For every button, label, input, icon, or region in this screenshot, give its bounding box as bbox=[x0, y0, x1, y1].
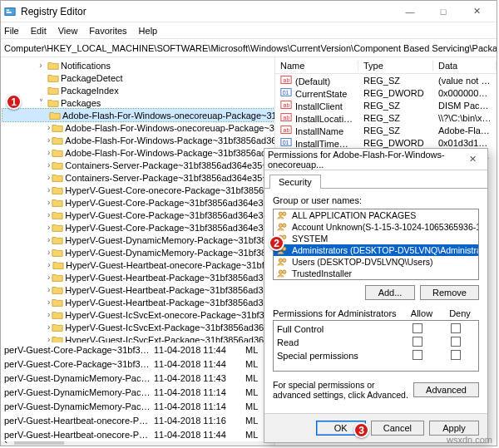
tree-item[interactable]: ›HyperV-Guest-Heartbeat-Package~31bf3856… bbox=[2, 283, 274, 296]
list-item-name: perV-Guest-DynamicMemory-Package~3... bbox=[1, 373, 151, 383]
permission-name: Full Control bbox=[277, 324, 398, 334]
list-item[interactable]: perV-Guest-Heartbeat-onecore-Package~...… bbox=[1, 413, 275, 427]
value-type: REG_SZ bbox=[358, 101, 433, 111]
minimize-button[interactable]: — bbox=[393, 3, 427, 20]
list-item[interactable]: perV-Guest-Core-Package~31bf3856ad36...1… bbox=[1, 357, 275, 371]
tree-item[interactable]: PackageIndex bbox=[2, 84, 274, 96]
menu-file[interactable]: File bbox=[4, 26, 19, 36]
expander-icon[interactable]: › bbox=[47, 235, 50, 244]
list-item[interactable]: perV-Guest-Heartbeat-onecore-Package~...… bbox=[1, 427, 275, 441]
expander-icon[interactable]: › bbox=[47, 160, 50, 170]
expander-icon[interactable]: › bbox=[47, 273, 50, 282]
list-item[interactable]: perV-Guest-DynamicMemory-Package~3...11-… bbox=[1, 371, 275, 385]
tree-item[interactable]: ›HyperV-Guest-IcSvcExt-Package~31bf3856a… bbox=[2, 321, 274, 333]
expander-icon[interactable]: › bbox=[47, 173, 50, 182]
expander-icon[interactable]: › bbox=[47, 123, 50, 132]
list-item[interactable]: perV-Guest-DynamicMemory-Package~3...11-… bbox=[1, 385, 275, 399]
menu-help[interactable]: Help bbox=[139, 26, 158, 36]
list-item[interactable]: perV-Guest-DynamicMemory-Package~3...11-… bbox=[1, 399, 275, 413]
dialog-titlebar[interactable]: Permissions for Adobe-Flash-For-Windows-… bbox=[264, 149, 487, 170]
advanced-button[interactable]: Advanced bbox=[413, 382, 479, 397]
group-item[interactable]: Users (DESKTOP-DV5LVNQ\Users) bbox=[274, 256, 478, 268]
expander-icon[interactable]: › bbox=[47, 248, 50, 257]
tree-item[interactable]: ›HyperV-Guest-Core-Package~31bf3856ad364… bbox=[2, 209, 274, 221]
tree-item[interactable]: ›Notifications bbox=[2, 59, 274, 71]
value-row[interactable]: abInstallLocationREG_SZ\\?\C:\bin\x86fre… bbox=[275, 111, 497, 124]
folder-icon bbox=[52, 198, 63, 208]
value-row[interactable]: ab(Default)REG_SZ(value not set) bbox=[275, 74, 497, 86]
expander-icon[interactable]: › bbox=[47, 298, 50, 307]
string-icon: ab bbox=[280, 112, 292, 122]
close-button[interactable]: ✕ bbox=[460, 3, 493, 20]
list-item[interactable]: perV-Guest-Core-Package~31bf3856ad36...1… bbox=[1, 342, 275, 357]
tree-item[interactable]: ›HyperV-Guest-Heartbeat-Package~31bf3856… bbox=[2, 296, 274, 308]
deny-checkbox[interactable] bbox=[451, 323, 461, 333]
group-item[interactable]: SYSTEM bbox=[274, 233, 478, 244]
group-item[interactable]: ALL APPLICATION PACKAGES bbox=[274, 209, 478, 221]
address-bar[interactable]: Computer\HKEY_LOCAL_MACHINE\SOFTWARE\Mic… bbox=[1, 39, 497, 57]
expander-icon[interactable]: › bbox=[47, 135, 50, 145]
expander-icon[interactable]: › bbox=[47, 148, 50, 157]
tab-security[interactable]: Security bbox=[269, 175, 321, 189]
deny-checkbox[interactable] bbox=[451, 350, 461, 360]
menu-edit[interactable]: Edit bbox=[31, 26, 47, 36]
tree-item[interactable]: ›Adobe-Flash-For-Windows-Package~31bf385… bbox=[2, 134, 274, 146]
tree-item[interactable]: ›Adobe-Flash-For-Windows-onecoreuap-Pack… bbox=[2, 121, 274, 134]
tree-item[interactable]: ›HyperV-Guest-Heartbeat-Package~31bf3856… bbox=[2, 271, 274, 283]
expander-icon[interactable]: › bbox=[47, 322, 50, 332]
tree-item[interactable]: ˅Packages bbox=[2, 96, 274, 109]
maximize-button[interactable]: □ bbox=[427, 3, 460, 20]
tree-item[interactable]: ›HyperV-Guest-Core-Package~31bf3856ad364… bbox=[2, 196, 274, 209]
allow-checkbox[interactable] bbox=[413, 323, 422, 333]
allow-checkbox[interactable] bbox=[413, 350, 422, 360]
allow-checkbox[interactable] bbox=[413, 337, 422, 347]
group-item[interactable]: TrustedInstaller bbox=[274, 268, 478, 279]
expander-icon[interactable]: › bbox=[47, 198, 50, 207]
dialog-close-button[interactable]: ✕ bbox=[461, 151, 484, 168]
folder-icon bbox=[52, 223, 63, 233]
group-item[interactable]: Account Unknown(S-1-15-3-1024-1065365936… bbox=[274, 221, 478, 233]
apply-button[interactable]: Apply bbox=[429, 421, 479, 436]
tree-item-label: Adobe-Flash-For-Windows-onecoreuap-Packa… bbox=[62, 111, 275, 121]
add-button[interactable]: Add... bbox=[365, 285, 415, 300]
group-item[interactable]: Administrators (DESKTOP-DV5LVNQ\Administ… bbox=[274, 244, 478, 256]
folder-icon bbox=[52, 173, 63, 183]
tree-item[interactable]: ›HyperV-Guest-Core-Package~31bf3856ad364… bbox=[2, 221, 274, 234]
column-type[interactable]: Type bbox=[358, 61, 433, 71]
menu-favorites[interactable]: Favorites bbox=[89, 26, 126, 36]
expander-icon[interactable]: › bbox=[47, 285, 50, 294]
column-name[interactable]: Name bbox=[275, 61, 358, 71]
permission-row: Read bbox=[277, 336, 475, 349]
tree-item[interactable]: ›HyperV-Guest-DynamicMemory-Package~31bf… bbox=[2, 234, 274, 246]
group-users-list[interactable]: ALL APPLICATION PACKAGESAccount Unknown(… bbox=[273, 209, 479, 280]
remove-button[interactable]: Remove bbox=[420, 285, 479, 300]
expander-icon[interactable]: › bbox=[47, 210, 50, 219]
column-data[interactable]: Data bbox=[433, 61, 497, 71]
tree-item[interactable]: PackageDetect bbox=[2, 71, 274, 84]
value-row[interactable]: abInstallNameREG_SZAdobe-Flash-For-Win bbox=[275, 124, 497, 136]
expander-icon[interactable]: › bbox=[47, 260, 51, 269]
cancel-button[interactable]: Cancel bbox=[371, 421, 424, 436]
expander-icon[interactable]: ˅ bbox=[36, 98, 46, 107]
tree-item[interactable]: Adobe-Flash-For-Windows-onecoreuap-Packa… bbox=[2, 109, 274, 121]
menu-view[interactable]: View bbox=[58, 26, 78, 36]
values-header[interactable]: Name Type Data bbox=[275, 57, 497, 74]
expander-icon[interactable]: › bbox=[47, 223, 50, 232]
tree-item[interactable]: ›Adobe-Flash-For-Windows-Package~31bf385… bbox=[2, 146, 274, 159]
group-users-label: Group or user names: bbox=[273, 195, 479, 205]
tree-item[interactable]: ›HyperV-Guest-DynamicMemory-Package~31bf… bbox=[2, 246, 274, 258]
value-row[interactable]: abInstallClientREG_SZDISM Package Manag bbox=[275, 99, 497, 111]
tree-item[interactable]: ›HyperV-Guest-IcSvcExt-onecore-Package~3… bbox=[2, 308, 274, 321]
tree-item[interactable]: ›HyperV-Guest-Heartbeat-onecore-Package~… bbox=[2, 258, 274, 271]
deny-checkbox[interactable] bbox=[451, 337, 461, 347]
expander-icon[interactable]: › bbox=[47, 185, 50, 194]
value-row[interactable]: 01CurrentStateREG_DWORD0x00000070 (112) bbox=[275, 86, 497, 99]
tree-item[interactable]: ›Containers-Server-Package~31bf3856ad364… bbox=[2, 171, 274, 184]
expander-icon[interactable]: › bbox=[47, 310, 50, 319]
titlebar[interactable]: Registry Editor — □ ✕ bbox=[1, 1, 497, 22]
value-row[interactable]: 01InstallTimeHighREG_DWORD0x01d3d151 (30… bbox=[275, 136, 497, 149]
tree-item[interactable]: ›Containers-Server-Package~31bf3856ad364… bbox=[2, 159, 274, 171]
tree-item[interactable]: ›HyperV-Guest-Core-onecore-Package~31bf3… bbox=[2, 184, 274, 196]
permission-name: Read bbox=[277, 337, 398, 347]
expander-icon[interactable]: › bbox=[36, 61, 46, 70]
